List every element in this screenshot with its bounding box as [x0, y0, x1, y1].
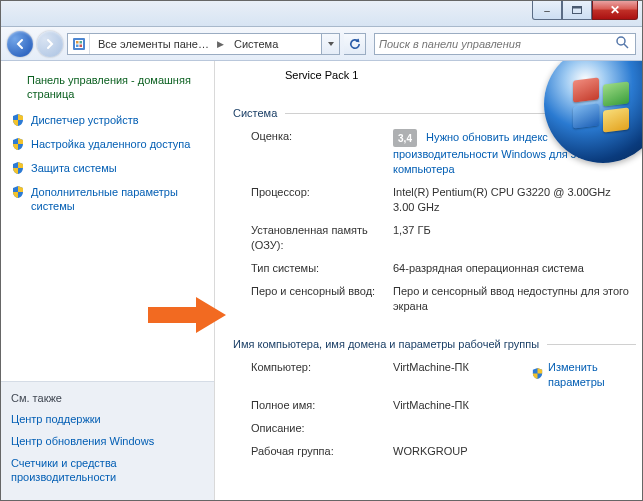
computer-name-key: Компьютер: [233, 360, 393, 390]
chevron-right-icon: ▶ [215, 39, 226, 49]
refresh-button[interactable] [344, 33, 366, 55]
wei-score-badge: 3,4 [393, 129, 417, 147]
titlebar: – ✕ [1, 1, 642, 27]
description-value [393, 421, 636, 436]
svg-rect-4 [76, 41, 79, 44]
description-key: Описание: [233, 421, 393, 436]
search-input[interactable] [379, 38, 615, 50]
sidebar: Панель управления - домашняя страница Ди… [1, 61, 215, 500]
breadcrumb[interactable]: Все элементы пане… ▶ Система [67, 33, 340, 55]
shield-icon [11, 137, 25, 151]
sidebar-item-remote-settings[interactable]: Настройка удаленного доступа [11, 137, 204, 151]
svg-rect-7 [79, 44, 82, 47]
svg-rect-6 [76, 44, 79, 47]
svg-rect-1 [573, 7, 582, 9]
full-name-key: Полное имя: [233, 398, 393, 413]
shield-icon [11, 161, 25, 175]
system-legend: Система [233, 107, 285, 119]
shield-icon [531, 367, 544, 384]
sidebar-item-label: Защита системы [31, 161, 117, 175]
see-also-link-performance[interactable]: Счетчики и средства производительности [11, 456, 204, 484]
forward-button[interactable] [37, 31, 63, 57]
domain-group: Имя компьютера, имя домена и параметры р… [233, 338, 636, 467]
cpu-value: Intel(R) Pentium(R) CPU G3220 @ 3.00GHz … [393, 185, 636, 215]
sidebar-item-label: Диспетчер устройств [31, 113, 139, 127]
shield-icon [11, 185, 25, 199]
domain-legend: Имя компьютера, имя домена и параметры р… [233, 338, 547, 350]
shield-icon [11, 113, 25, 127]
svg-rect-5 [79, 41, 82, 44]
computer-name-value: VirtMachine-ПК [393, 360, 513, 390]
see-also-link-windows-update[interactable]: Центр обновления Windows [11, 434, 204, 448]
sidebar-item-label: Настройка удаленного доступа [31, 137, 190, 151]
search-box[interactable] [374, 33, 636, 55]
see-also-link-action-center[interactable]: Центр поддержки [11, 412, 204, 426]
see-also-title: См. также [11, 392, 204, 404]
change-settings-link[interactable]: Изменить параметры [531, 360, 630, 390]
content-pane: Service Pack 1 Система Оценка: 3,4 Нужно… [215, 61, 642, 500]
control-panel-icon [68, 34, 90, 54]
cpu-key: Процессор: [233, 185, 393, 215]
svg-line-9 [624, 44, 628, 48]
control-panel-home-link[interactable]: Панель управления - домашняя страница [27, 73, 204, 101]
system-type-value: 64-разрядная операционная система [393, 261, 636, 276]
nav-bar: Все элементы пане… ▶ Система [1, 27, 642, 61]
minimize-button[interactable]: – [532, 1, 562, 20]
pen-key: Перо и сенсорный ввод: [233, 284, 393, 314]
sidebar-item-system-protection[interactable]: Защита системы [11, 161, 204, 175]
breadcrumb-segment[interactable]: Все элементы пане… [90, 34, 215, 54]
svg-point-8 [617, 37, 625, 45]
see-also-section: См. также Центр поддержки Центр обновлен… [1, 381, 214, 500]
sidebar-item-device-manager[interactable]: Диспетчер устройств [11, 113, 204, 127]
breadcrumb-segment[interactable]: Система [226, 34, 284, 54]
breadcrumb-dropdown[interactable] [321, 33, 339, 55]
ram-key: Установленная память (ОЗУ): [233, 223, 393, 253]
rating-key: Оценка: [233, 129, 393, 177]
workgroup-key: Рабочая группа: [233, 444, 393, 459]
search-icon [615, 35, 631, 53]
system-type-key: Тип системы: [233, 261, 393, 276]
sidebar-item-advanced-settings[interactable]: Дополнительные параметры системы [11, 185, 204, 213]
ram-value: 1,37 ГБ [393, 223, 636, 253]
workgroup-value: WORKGROUP [393, 444, 636, 459]
back-button[interactable] [7, 31, 33, 57]
close-button[interactable]: ✕ [592, 1, 638, 20]
sidebar-item-label: Дополнительные параметры системы [31, 185, 204, 213]
full-name-value: VirtMachine-ПК [393, 398, 636, 413]
maximize-button[interactable] [562, 1, 592, 20]
pen-value: Перо и сенсорный ввод недоступны для это… [393, 284, 636, 314]
